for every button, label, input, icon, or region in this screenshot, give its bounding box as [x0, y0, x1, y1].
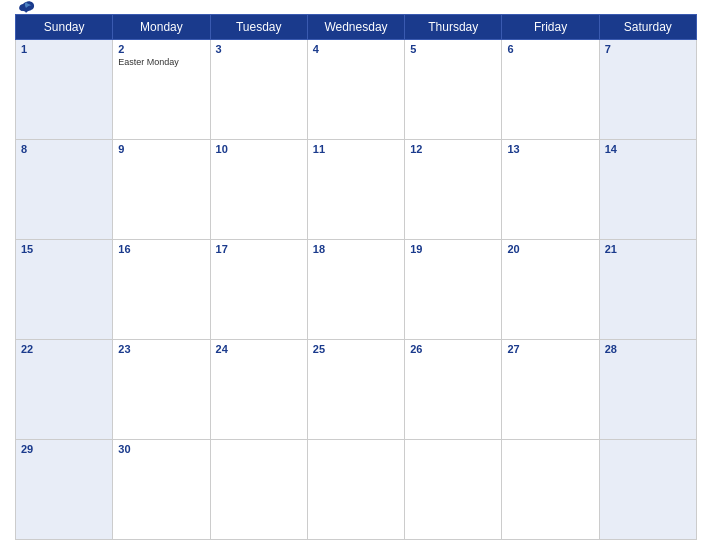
date-number: 13 — [507, 143, 593, 155]
calendar-cell — [405, 440, 502, 540]
calendar-cell: 5 — [405, 40, 502, 140]
date-number: 1 — [21, 43, 107, 55]
date-number: 23 — [118, 343, 204, 355]
date-number: 29 — [21, 443, 107, 455]
calendar-cell: 16 — [113, 240, 210, 340]
calendar-cell: 3 — [210, 40, 307, 140]
week-row-3: 15161718192021 — [16, 240, 697, 340]
day-header-tuesday: Tuesday — [210, 15, 307, 40]
calendar-cell: 20 — [502, 240, 599, 340]
calendar-cell — [210, 440, 307, 540]
date-number: 26 — [410, 343, 496, 355]
logo — [15, 0, 37, 21]
date-number: 10 — [216, 143, 302, 155]
calendar-table: SundayMondayTuesdayWednesdayThursdayFrid… — [15, 14, 697, 540]
calendar-cell: 17 — [210, 240, 307, 340]
date-number: 11 — [313, 143, 399, 155]
calendar-cell: 6 — [502, 40, 599, 140]
day-header-friday: Friday — [502, 15, 599, 40]
calendar-cell: 27 — [502, 340, 599, 440]
calendar-cell — [502, 440, 599, 540]
date-number: 15 — [21, 243, 107, 255]
calendar-cell: 14 — [599, 140, 696, 240]
calendar-cell: 28 — [599, 340, 696, 440]
calendar-cell: 12 — [405, 140, 502, 240]
bird-icon — [15, 0, 37, 21]
calendar-cell: 22 — [16, 340, 113, 440]
date-number: 19 — [410, 243, 496, 255]
date-number: 27 — [507, 343, 593, 355]
date-number: 3 — [216, 43, 302, 55]
calendar-cell — [599, 440, 696, 540]
calendar-cell: 26 — [405, 340, 502, 440]
day-headers-row: SundayMondayTuesdayWednesdayThursdayFrid… — [16, 15, 697, 40]
calendar-cell: 10 — [210, 140, 307, 240]
date-number: 2 — [118, 43, 204, 55]
calendar-cell: 25 — [307, 340, 404, 440]
date-number: 28 — [605, 343, 691, 355]
calendar-cell: 29 — [16, 440, 113, 540]
date-number: 8 — [21, 143, 107, 155]
calendar-cell: 13 — [502, 140, 599, 240]
date-number: 16 — [118, 243, 204, 255]
date-number: 5 — [410, 43, 496, 55]
date-number: 14 — [605, 143, 691, 155]
date-number: 6 — [507, 43, 593, 55]
holiday-label: Easter Monday — [118, 57, 204, 67]
date-number: 9 — [118, 143, 204, 155]
day-header-monday: Monday — [113, 15, 210, 40]
date-number: 18 — [313, 243, 399, 255]
calendar-cell: 24 — [210, 340, 307, 440]
calendar-cell: 19 — [405, 240, 502, 340]
calendar-cell: 9 — [113, 140, 210, 240]
date-number: 25 — [313, 343, 399, 355]
week-row-5: 2930 — [16, 440, 697, 540]
calendar-cell: 1 — [16, 40, 113, 140]
calendar-cell: 8 — [16, 140, 113, 240]
date-number: 21 — [605, 243, 691, 255]
date-number: 4 — [313, 43, 399, 55]
day-header-wednesday: Wednesday — [307, 15, 404, 40]
week-row-4: 22232425262728 — [16, 340, 697, 440]
calendar-cell: 18 — [307, 240, 404, 340]
date-number: 7 — [605, 43, 691, 55]
date-number: 30 — [118, 443, 204, 455]
date-number: 22 — [21, 343, 107, 355]
calendar-cell: 21 — [599, 240, 696, 340]
calendar-cell: 7 — [599, 40, 696, 140]
day-header-thursday: Thursday — [405, 15, 502, 40]
week-row-1: 12Easter Monday34567 — [16, 40, 697, 140]
calendar-cell: 4 — [307, 40, 404, 140]
date-number: 17 — [216, 243, 302, 255]
week-row-2: 891011121314 — [16, 140, 697, 240]
calendar-cell: 2Easter Monday — [113, 40, 210, 140]
date-number: 24 — [216, 343, 302, 355]
date-number: 12 — [410, 143, 496, 155]
calendar-cell: 11 — [307, 140, 404, 240]
calendar-cell: 23 — [113, 340, 210, 440]
date-number: 20 — [507, 243, 593, 255]
calendar-cell: 30 — [113, 440, 210, 540]
calendar-cell — [307, 440, 404, 540]
calendar-cell: 15 — [16, 240, 113, 340]
day-header-saturday: Saturday — [599, 15, 696, 40]
